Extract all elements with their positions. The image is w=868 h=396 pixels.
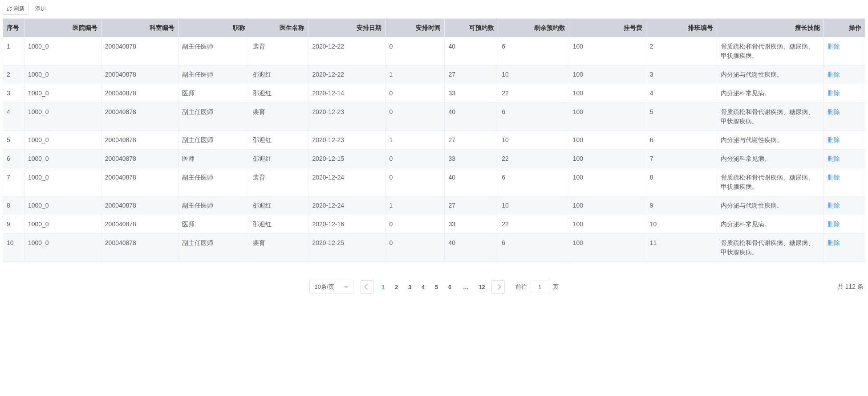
table-cell: 7: [3, 168, 24, 196]
col-index[interactable]: 序号: [3, 19, 24, 37]
table-cell: 2020-12-16: [308, 215, 385, 234]
table-cell-action: 删除: [823, 65, 865, 84]
delete-link[interactable]: 删除: [827, 239, 840, 246]
table-cell: 1000_0: [24, 215, 101, 234]
table-cell: 副主任医师: [178, 37, 249, 65]
delete-link[interactable]: 删除: [827, 155, 840, 162]
goto-input[interactable]: [530, 281, 550, 293]
table-cell: 内分泌科常见病。: [717, 84, 823, 103]
table-cell-action: 删除: [823, 196, 865, 215]
table-cell: 9: [646, 196, 717, 215]
table-cell: 裴育: [249, 168, 308, 196]
table-cell: 1: [385, 131, 445, 150]
schedule-table: 序号 医院编号 科室编号 职称 医生名称 安排日期 安排时间 可预约数 剩余预约…: [3, 18, 865, 262]
table-cell: 200040878: [101, 168, 178, 196]
table-cell-action: 删除: [823, 215, 865, 234]
table-cell: 0: [385, 84, 445, 103]
table-row: 71000_0200040878副主任医师裴育2020-12-240406100…: [3, 168, 865, 196]
table-cell: 5: [3, 131, 24, 150]
delete-link[interactable]: 删除: [827, 220, 840, 228]
table-cell: 2020-12-23: [308, 131, 385, 150]
table-cell: 1000_0: [24, 84, 101, 103]
table-cell: 22: [498, 215, 569, 234]
col-skill[interactable]: 擅长技能: [717, 19, 823, 37]
col-time[interactable]: 安排时间: [385, 19, 445, 37]
table-cell: 骨质疏松和骨代谢疾病、糖尿病、甲状腺疾病。: [717, 234, 823, 262]
prev-page-button[interactable]: [361, 280, 374, 294]
add-button[interactable]: 添加: [31, 3, 50, 15]
table-cell: 0: [385, 215, 445, 234]
table-cell: 邵迎红: [249, 65, 308, 84]
table-cell: 100: [569, 84, 646, 103]
table-cell: 2020-12-22: [308, 37, 385, 65]
col-schedule[interactable]: 排班编号: [646, 19, 717, 37]
col-remaining[interactable]: 剩余预约数: [498, 19, 569, 37]
table-cell: 副主任医师: [178, 234, 249, 262]
table-cell: 200040878: [101, 215, 178, 234]
table-cell: 邵迎红: [249, 131, 308, 150]
col-action[interactable]: 操作: [823, 19, 865, 37]
table-row: 51000_0200040878副主任医师邵迎红2020-12-23127101…: [3, 131, 865, 150]
col-dept[interactable]: 科室编号: [101, 19, 178, 37]
table-cell: 200040878: [101, 84, 178, 103]
pager: 123456 … 12: [361, 280, 505, 294]
table-cell: 骨质疏松和骨代谢疾病、糖尿病、甲状腺疾病。: [717, 168, 823, 196]
table-cell: 8: [3, 196, 24, 215]
table-cell: 6: [498, 103, 569, 131]
table-cell: 内分泌科常见病。: [717, 215, 823, 234]
table-cell: 27: [445, 65, 498, 84]
col-available[interactable]: 可预约数: [445, 19, 498, 37]
table-cell: 40: [445, 103, 498, 131]
col-date[interactable]: 安排日期: [308, 19, 385, 37]
page-number[interactable]: 4: [417, 280, 430, 294]
page-number[interactable]: 2: [390, 280, 403, 294]
col-title[interactable]: 职称: [178, 19, 249, 37]
delete-link[interactable]: 删除: [827, 71, 840, 78]
col-hospital[interactable]: 医院编号: [24, 19, 101, 37]
delete-link[interactable]: 删除: [827, 136, 840, 143]
page-number[interactable]: 5: [430, 280, 443, 294]
table-cell: 6: [3, 150, 24, 168]
refresh-button[interactable]: 刷新: [3, 3, 28, 15]
col-doctor[interactable]: 医生名称: [249, 19, 308, 37]
table-cell: 医师: [178, 215, 249, 234]
delete-link[interactable]: 删除: [827, 43, 840, 50]
page-size-select[interactable]: 10条/页: [309, 280, 353, 294]
table-cell: 内分泌与代谢性疾病。: [717, 196, 823, 215]
goto-suffix: 页: [553, 283, 559, 291]
delete-link[interactable]: 删除: [827, 90, 840, 97]
page-ellipsis[interactable]: …: [459, 280, 473, 294]
next-page-button[interactable]: [491, 280, 505, 294]
table-cell: 40: [445, 168, 498, 196]
table-cell: 邵迎红: [249, 84, 308, 103]
table-cell: 副主任医师: [178, 168, 249, 196]
delete-link[interactable]: 删除: [827, 108, 840, 115]
refresh-icon: [7, 6, 12, 12]
page-number[interactable]: 3: [403, 280, 417, 294]
table-cell: 2: [646, 37, 717, 65]
table-cell: 0: [385, 37, 445, 65]
delete-link[interactable]: 删除: [827, 202, 840, 209]
table-cell: 40: [445, 234, 498, 262]
page-number[interactable]: 1: [377, 280, 390, 294]
table-cell: 10: [498, 65, 569, 84]
table-cell: 100: [569, 234, 646, 262]
table-cell: 2020-12-14: [308, 84, 385, 103]
table-cell-action: 删除: [823, 150, 865, 168]
table-cell: 33: [445, 150, 498, 168]
table-cell: 40: [445, 37, 498, 65]
page-last[interactable]: 12: [475, 280, 489, 294]
table-cell: 医师: [178, 84, 249, 103]
table-cell: 骨质疏松和骨代谢疾病、糖尿病、甲状腺疾病。: [717, 103, 823, 131]
chevron-down-icon: [344, 286, 349, 288]
col-fee[interactable]: 挂号费: [569, 19, 646, 37]
table-cell: 10: [646, 215, 717, 234]
add-label: 添加: [35, 5, 46, 12]
table-cell: 1000_0: [24, 196, 101, 215]
table-cell: 0: [385, 168, 445, 196]
table-cell: 200040878: [101, 65, 178, 84]
page-number[interactable]: 6: [443, 280, 457, 294]
table-cell: 100: [569, 150, 646, 168]
delete-link[interactable]: 删除: [827, 174, 840, 181]
table-row: 41000_0200040878副主任医师裴育2020-12-230406100…: [3, 103, 865, 131]
